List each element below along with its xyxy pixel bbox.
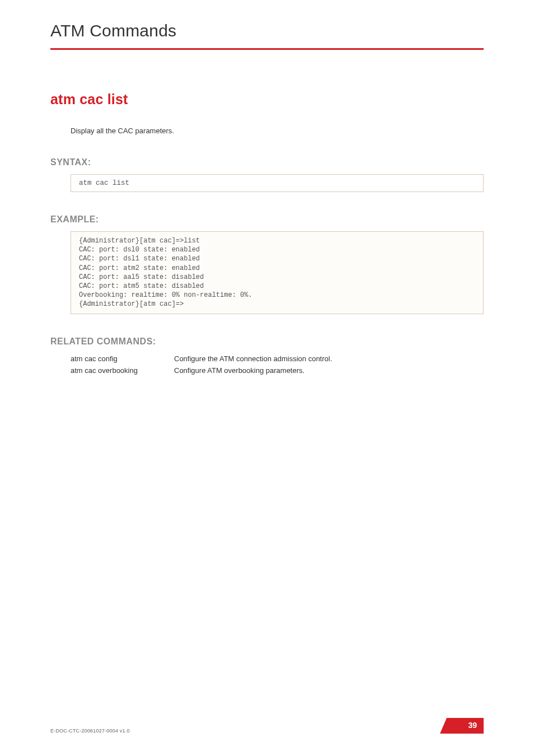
document-id: E-DOC-CTC-20061027-0004 v1.0 bbox=[50, 728, 130, 734]
section-title: ATM Commands bbox=[50, 21, 484, 40]
svg-marker-0 bbox=[440, 718, 484, 734]
command-title: atm cac list bbox=[50, 91, 484, 108]
related-command-name: atm cac overbooking bbox=[71, 366, 174, 375]
syntax-box: atm cac list bbox=[71, 174, 484, 192]
related-row: atm cac config Configure the ATM connect… bbox=[71, 354, 484, 363]
header-rule bbox=[50, 48, 484, 50]
syntax-heading: SYNTAX: bbox=[50, 157, 484, 167]
example-heading: EXAMPLE: bbox=[50, 214, 484, 225]
page-footer: E-DOC-CTC-20061027-0004 v1.0 39 bbox=[50, 718, 484, 734]
page: ATM Commands atm cac list Display all th… bbox=[0, 0, 534, 756]
related-commands-table: atm cac config Configure the ATM connect… bbox=[71, 354, 484, 375]
content-area: atm cac list Display all the CAC paramet… bbox=[50, 91, 484, 375]
page-number-tab: 39 bbox=[440, 718, 484, 734]
related-heading: RELATED COMMANDS: bbox=[50, 337, 484, 347]
related-row: atm cac overbooking Configure ATM overbo… bbox=[71, 366, 484, 375]
related-command-desc: Configure the ATM connection admission c… bbox=[174, 354, 332, 363]
command-description: Display all the CAC parameters. bbox=[71, 127, 484, 135]
page-number: 39 bbox=[468, 721, 477, 730]
example-box: {Administrator}[atm cac]=>list CAC: port… bbox=[71, 231, 484, 314]
related-command-name: atm cac config bbox=[71, 354, 174, 363]
related-command-desc: Configure ATM overbooking parameters. bbox=[174, 366, 305, 375]
